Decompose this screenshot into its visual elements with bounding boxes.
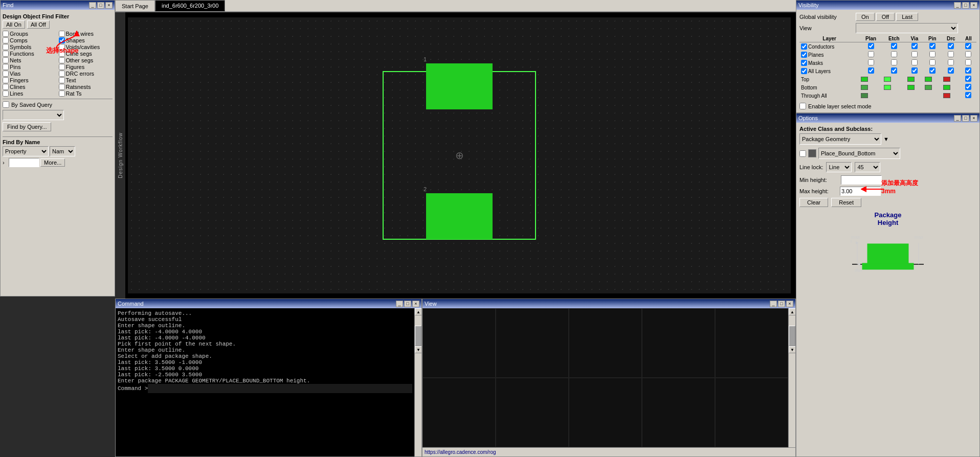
masks-drc-cb[interactable]: [948, 59, 954, 65]
opt-close[interactable]: ×: [970, 115, 977, 122]
masks-plan-cb[interactable]: [868, 59, 874, 65]
all-layers-cb[interactable]: [801, 68, 807, 74]
all-plan-cb[interactable]: [868, 67, 874, 74]
find-text-input[interactable]: [9, 158, 39, 167]
masks-etch-cb[interactable]: [891, 59, 897, 65]
cb-voids[interactable]: Voids/cavities: [59, 44, 113, 50]
cmd-close[interactable]: ×: [412, 301, 419, 307]
clear-button[interactable]: Clear: [799, 198, 828, 207]
cb-lines[interactable]: Lines: [3, 90, 57, 97]
tab-ind-file[interactable]: ind_6r600_6r200_3r00: [155, 0, 225, 11]
cb-bond-wires[interactable]: Bond wires: [59, 31, 113, 37]
angle-dropdown[interactable]: 45: [855, 162, 880, 172]
cmd-scrollbar[interactable]: ▲ ▼: [414, 308, 421, 456]
reset-button[interactable]: Reset: [831, 198, 861, 207]
vis-close[interactable]: ×: [970, 2, 977, 9]
cb-nets[interactable]: Nets: [3, 57, 57, 63]
all-pin-cb[interactable]: [929, 67, 936, 74]
cb-clines[interactable]: Clines: [3, 84, 57, 90]
cb-pins[interactable]: Pins: [3, 64, 57, 70]
masks-all-cb[interactable]: [965, 59, 971, 65]
conductors-etch-cb[interactable]: [891, 43, 897, 49]
more-button[interactable]: More...: [40, 158, 65, 167]
view-scroll-down[interactable]: ▼: [789, 346, 795, 353]
masks-pin-cb[interactable]: [929, 59, 936, 65]
opt-minimize[interactable]: _: [954, 115, 961, 122]
cb-other-segs[interactable]: Other segs: [59, 57, 113, 63]
view-scrollbar[interactable]: ▲ ▼: [788, 308, 795, 447]
name-dropdown[interactable]: Nam: [50, 146, 75, 156]
subclass-checkbox[interactable]: [799, 150, 806, 157]
view-resize[interactable]: □: [778, 301, 785, 307]
line-dropdown[interactable]: Line: [826, 162, 852, 172]
all-on-button[interactable]: All On: [3, 20, 25, 29]
view-minimize[interactable]: _: [770, 301, 777, 307]
opt-resize[interactable]: □: [962, 115, 969, 122]
cmd-resize[interactable]: □: [404, 301, 411, 307]
view-scroll-up[interactable]: ▲: [789, 308, 795, 315]
cmd-scroll-up[interactable]: ▲: [415, 308, 421, 315]
pcb-board[interactable]: 1 2 ⊕: [128, 17, 791, 293]
planes-plan-cb[interactable]: [868, 51, 874, 57]
cb-shapes[interactable]: Shapes: [59, 37, 113, 43]
conductors-pin-cb[interactable]: [929, 43, 936, 49]
subclass-dropdown[interactable]: Place_Bound_Bottom: [818, 148, 900, 159]
class-dropdown[interactable]: Package Geometry: [799, 133, 881, 145]
find-by-query-button[interactable]: Find by Query...: [3, 122, 51, 131]
all-off-button[interactable]: All Off: [27, 20, 50, 29]
planes-via-cb[interactable]: [911, 51, 918, 57]
view-dropdown[interactable]: [856, 23, 958, 33]
conductors-cb[interactable]: [801, 43, 807, 50]
view-scroll-thumb[interactable]: [789, 326, 795, 346]
cb-symbols[interactable]: Symbols: [3, 44, 57, 50]
vis-last-button[interactable]: Last: [896, 13, 918, 21]
property-dropdown[interactable]: Property: [3, 146, 49, 156]
all-via-cb[interactable]: [911, 67, 918, 74]
vis-minimize[interactable]: _: [954, 2, 961, 9]
planes-all-cb[interactable]: [965, 51, 971, 57]
cb-groups[interactable]: Groups: [3, 31, 57, 37]
min-height-input[interactable]: [841, 175, 882, 185]
cmd-minimize[interactable]: _: [396, 301, 403, 307]
through-all-cb[interactable]: [965, 92, 971, 98]
conductors-drc-cb[interactable]: [948, 43, 954, 49]
all-etch-cb[interactable]: [891, 67, 897, 74]
planes-pin-cb[interactable]: [929, 51, 936, 57]
cb-fingers[interactable]: Fingers: [3, 77, 57, 83]
conductors-all-cb[interactable]: [965, 43, 971, 49]
cb-text[interactable]: Text: [59, 77, 113, 83]
max-height-input[interactable]: [840, 187, 881, 196]
masks-via-cb[interactable]: [911, 59, 918, 65]
cmd-scroll-thumb[interactable]: [415, 326, 421, 346]
cb-ratsnests[interactable]: Ratsnests: [59, 84, 113, 90]
vis-off-button[interactable]: Off: [876, 13, 895, 21]
all-drc-cb[interactable]: [948, 67, 954, 74]
conductors-via-cb[interactable]: [911, 43, 918, 49]
view-content[interactable]: [422, 308, 788, 447]
find-resize-btn[interactable]: □: [97, 2, 104, 9]
view-close[interactable]: ×: [786, 301, 793, 307]
enable-layer-cb[interactable]: [799, 103, 806, 109]
cb-functions[interactable]: Functions: [3, 51, 57, 57]
planes-cb[interactable]: [801, 52, 807, 58]
find-minimize-btn[interactable]: _: [89, 2, 96, 9]
top-all-cb[interactable]: [965, 76, 971, 82]
masks-cb[interactable]: [801, 60, 807, 66]
all-all-cb[interactable]: [965, 67, 971, 74]
cb-drc-errors[interactable]: DRC errors: [59, 71, 113, 77]
cb-rat-ts[interactable]: Rat Ts: [59, 90, 113, 97]
planes-etch-cb[interactable]: [891, 51, 897, 57]
cb-figures[interactable]: Figures: [59, 64, 113, 70]
find-close-btn[interactable]: ×: [105, 2, 113, 9]
vis-on-button[interactable]: On: [856, 13, 875, 21]
cb-cline-segs[interactable]: Cline segs: [59, 51, 113, 57]
conductors-plan-cb[interactable]: [868, 43, 874, 49]
cb-vias[interactable]: Vias: [3, 71, 57, 77]
planes-drc-cb[interactable]: [948, 51, 954, 57]
saved-query-dropdown[interactable]: [3, 110, 64, 120]
vis-resize[interactable]: □: [962, 2, 969, 9]
cmd-scroll-down[interactable]: ▼: [415, 346, 421, 353]
tab-start-page[interactable]: Start Page: [115, 0, 155, 11]
cb-comps[interactable]: Comps: [3, 37, 57, 43]
pcb-canvas[interactable]: Design Workflow 1 2 ⊕: [115, 12, 796, 299]
